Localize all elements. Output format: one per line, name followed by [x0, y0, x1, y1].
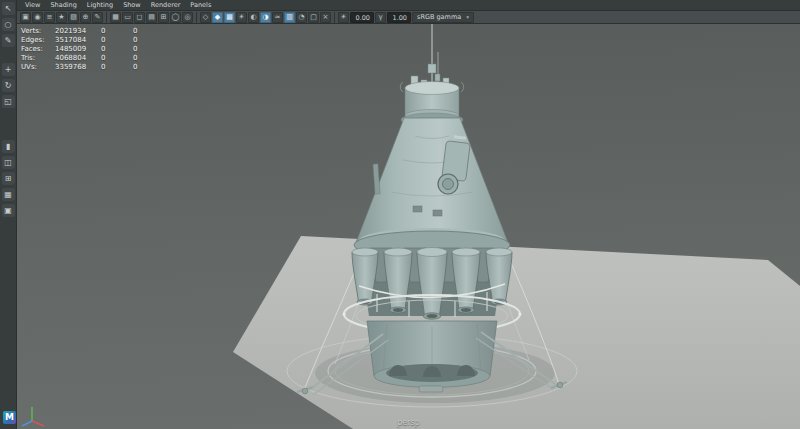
lights-icon[interactable]: ☀ [236, 12, 247, 23]
hud-total: 4068804 [55, 54, 101, 63]
hud-total: 1485009 [55, 45, 101, 54]
hud-total: 3517084 [55, 36, 101, 45]
maya-window: ↖ ○ ✎ + ↻ ◱ ▮ ◫ ⊞ ▦ ▣ View Shading Light… [0, 0, 800, 429]
tool-box: ↖ ○ ✎ + ↻ ◱ ▮ ◫ ⊞ ▦ ▣ [0, 0, 17, 429]
base-skirt [367, 321, 497, 392]
layout-four-pane-icon[interactable]: ◫ [2, 156, 15, 169]
exposure-icon[interactable]: ☀ [338, 12, 349, 23]
gamma-field[interactable]: 1.00 [387, 12, 411, 23]
grease-pencil-icon[interactable]: ✎ [92, 12, 103, 23]
hud-col1: 0 [101, 45, 133, 54]
layout-split-pane-icon[interactable]: ⊞ [2, 172, 15, 185]
motion-blur-icon[interactable]: ≈ [272, 12, 283, 23]
shaded-icon[interactable]: ◆ [212, 12, 223, 23]
film-gate-icon[interactable]: ▭ [122, 12, 133, 23]
viewport-canvas[interactable] [17, 24, 800, 429]
rocket-body [354, 118, 510, 259]
safe-title-icon[interactable]: ◎ [182, 12, 193, 23]
toolbar-separator [106, 12, 107, 23]
toolbar-separator [196, 12, 197, 23]
engine-cluster [352, 248, 512, 320]
exposure-field[interactable]: 0.00 [350, 12, 374, 23]
textured-icon[interactable]: ▩ [224, 12, 235, 23]
menu-panels[interactable]: Panels [185, 0, 216, 11]
hud-label: Verts: [21, 27, 55, 36]
hud-col2: 0 [133, 36, 165, 45]
depth-of-field-icon[interactable]: ◔ [296, 12, 307, 23]
camera-label: persp [397, 418, 420, 427]
gate-mask-icon[interactable]: ▤ [146, 12, 157, 23]
scale-tool-icon[interactable]: ◱ [2, 95, 15, 108]
screen-space-ao-icon[interactable]: ◑ [260, 12, 271, 23]
panel-toolbar: ▣ ◉ ≡ ★ ▨ ⊕ ✎ ▦ ▭ ◻ ▤ ⊞ ◯ ◎ ◇ ◆ ▩ ☀ ◐ ◑ … [17, 11, 800, 24]
field-chart-icon[interactable]: ⊞ [158, 12, 169, 23]
lasso-tool-icon[interactable]: ○ [2, 18, 15, 31]
select-tool-icon[interactable]: ↖ [2, 2, 15, 15]
menu-show[interactable]: Show [118, 0, 146, 11]
menu-view[interactable]: View [20, 0, 45, 11]
safe-action-icon[interactable]: ◯ [170, 12, 181, 23]
camera-attributes-icon[interactable]: ≡ [44, 12, 55, 23]
maya-logo: M [3, 411, 16, 424]
isolate-select-icon[interactable]: ▢ [308, 12, 319, 23]
toolbar-separator [334, 12, 335, 23]
poly-count-hud: Verts: 2021934 0 0 Edges: 3517084 0 0 Fa… [21, 27, 165, 72]
xray-icon[interactable]: × [320, 12, 331, 23]
grid-icon[interactable]: ▦ [110, 12, 121, 23]
viewport-persp[interactable]: Verts: 2021934 0 0 Edges: 3517084 0 0 Fa… [17, 24, 800, 429]
hud-col2: 0 [133, 45, 165, 54]
shadows-icon[interactable]: ◐ [248, 12, 259, 23]
hud-label: Faces: [21, 45, 55, 54]
move-tool-icon[interactable]: + [2, 63, 15, 76]
menu-lighting[interactable]: Lighting [82, 0, 118, 11]
multisample-icon[interactable]: ▥ [284, 12, 295, 23]
layout-single-pane-icon[interactable]: ▮ [2, 140, 15, 153]
antenna [428, 24, 440, 86]
image-plane-icon[interactable]: ▨ [68, 12, 79, 23]
hud-total: 3359768 [55, 63, 101, 72]
hud-col1: 0 [101, 27, 133, 36]
hud-total: 2021934 [55, 27, 101, 36]
chevron-down-icon: ▾ [466, 12, 469, 23]
hud-col2: 0 [133, 27, 165, 36]
resolution-gate-icon[interactable]: ◻ [134, 12, 145, 23]
rotate-tool-icon[interactable]: ↻ [2, 79, 15, 92]
layout-hypershade-icon[interactable]: ▣ [2, 204, 15, 217]
select-camera-icon[interactable]: ▣ [20, 12, 31, 23]
paint-select-tool-icon[interactable]: ✎ [2, 34, 15, 47]
wireframe-icon[interactable]: ◇ [200, 12, 211, 23]
axis-gizmo-icon [19, 403, 47, 429]
view-transform-select[interactable]: sRGB gamma ▾ [412, 12, 474, 23]
hud-col2: 0 [133, 54, 165, 63]
hud-label: Tris: [21, 54, 55, 63]
layout-outliner-icon[interactable]: ▦ [2, 188, 15, 201]
hud-col1: 0 [101, 63, 133, 72]
menu-renderer[interactable]: Renderer [146, 0, 186, 11]
bookmarks-icon[interactable]: ★ [56, 12, 67, 23]
panel-menubar: View Shading Lighting Show Renderer Pane… [17, 0, 800, 11]
lock-camera-icon[interactable]: ◉ [32, 12, 43, 23]
pan-zoom-icon[interactable]: ⊕ [80, 12, 91, 23]
hud-label: UVs: [21, 63, 55, 72]
hud-col1: 0 [101, 36, 133, 45]
hud-label: Edges: [21, 36, 55, 45]
menu-shading[interactable]: Shading [45, 0, 81, 11]
hud-col1: 0 [101, 54, 133, 63]
gamma-icon[interactable]: γ [375, 12, 386, 23]
hud-col2: 0 [133, 63, 165, 72]
view-transform-value: sRGB gamma [417, 12, 461, 23]
